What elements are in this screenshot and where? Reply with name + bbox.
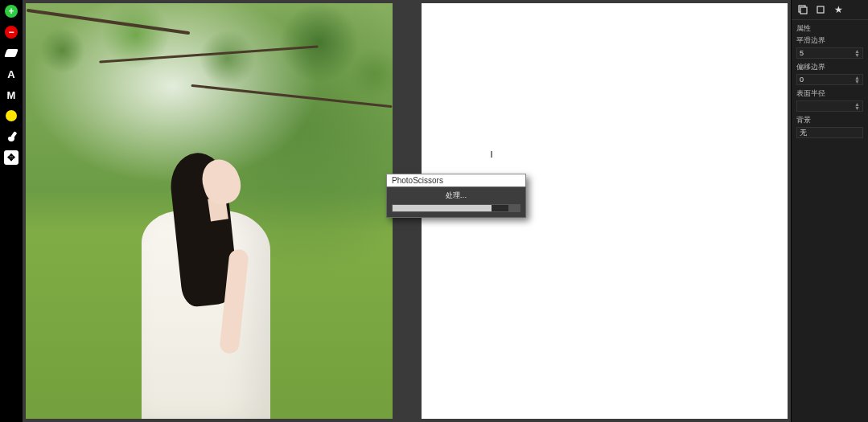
move-icon: ✥ (4, 150, 19, 165)
minus-icon: − (5, 26, 18, 39)
offset-edge-label: 偏移边界 (796, 62, 863, 72)
progress-dialog: PhotoScissors 处理… (386, 174, 526, 218)
stepper-icon[interactable]: ▲▼ (854, 49, 860, 57)
add-marker-tool[interactable]: + (3, 3, 19, 19)
eraser-icon (4, 49, 19, 57)
dialog-message: 处理… (392, 191, 520, 201)
mask-tool[interactable]: M (3, 87, 19, 103)
smooth-edge-label: 平滑边界 (796, 35, 863, 46)
dialog-body: 处理… (386, 186, 526, 218)
photo-figure (113, 153, 267, 419)
tab-favorites[interactable]: ★ (832, 3, 845, 16)
dialog-title: PhotoScissors (386, 174, 526, 186)
background-label: 背景 (796, 115, 863, 125)
plus-icon: + (5, 5, 18, 18)
text-cursor-icon: I (491, 150, 493, 159)
section-title: 属性 (796, 23, 863, 34)
svg-rect-2 (817, 6, 824, 13)
svg-rect-1 (800, 7, 807, 14)
progress-bar (392, 204, 520, 212)
auto-tool[interactable]: A (3, 66, 19, 82)
move-tool[interactable]: ✥ (3, 150, 19, 166)
photo-foliage (26, 3, 393, 161)
brush-tool[interactable] (3, 129, 19, 145)
offset-edge-value: 0 (800, 76, 804, 84)
progress-fill (393, 205, 492, 211)
color-tool[interactable] (3, 108, 19, 124)
left-toolbar: + − A M ✥ (0, 0, 23, 422)
background-value: 无 (800, 128, 807, 138)
surface-radius-label: 表面半径 (796, 88, 863, 99)
workspace: I PhotoScissors 处理… (23, 0, 791, 422)
yellow-circle-icon (6, 110, 17, 121)
properties-section: 属性 平滑边界 5 ▲▼ 偏移边界 0 ▲▼ 表面半径 ▲▼ 背景 无 (792, 20, 868, 143)
stepper-icon[interactable]: ▲▼ (854, 102, 860, 110)
copy-icon (815, 4, 826, 15)
smooth-edge-input[interactable]: 5 ▲▼ (796, 47, 863, 59)
source-image-panel[interactable] (26, 3, 393, 419)
surface-radius-input[interactable]: ▲▼ (796, 100, 863, 112)
eraser-tool[interactable] (3, 45, 19, 61)
right-panel-tabs: ★ (792, 0, 868, 20)
offset-edge-input[interactable]: 0 ▲▼ (796, 74, 863, 85)
layers-icon (797, 4, 808, 15)
brush-icon (6, 131, 17, 142)
tab-copy[interactable] (814, 3, 827, 16)
tab-layers[interactable] (796, 3, 809, 16)
stepper-icon[interactable]: ▲▼ (854, 76, 860, 84)
background-select[interactable]: 无 (796, 127, 863, 138)
remove-marker-tool[interactable]: − (3, 24, 19, 40)
smooth-edge-value: 5 (800, 49, 804, 57)
progress-cap (508, 205, 520, 211)
right-properties-panel: ★ 属性 平滑边界 5 ▲▼ 偏移边界 0 ▲▼ 表面半径 ▲▼ 背景 无 (791, 0, 868, 422)
